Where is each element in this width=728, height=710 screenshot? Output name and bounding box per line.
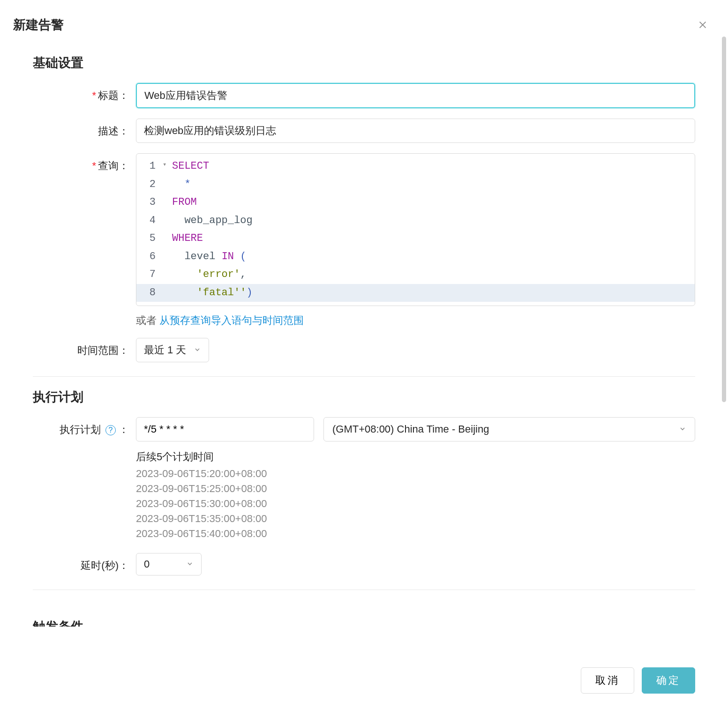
timerange-label: 时间范围： — [33, 338, 136, 358]
chevron-down-icon — [194, 344, 201, 356]
timerange-select[interactable]: 最近 1 天 — [136, 338, 209, 362]
cron-input[interactable] — [136, 417, 314, 441]
chevron-down-icon — [186, 558, 194, 570]
fold-marker — [163, 284, 172, 302]
line-number: 8 — [144, 284, 163, 302]
fold-marker — [163, 230, 172, 248]
code-line: 5WHERE — [136, 230, 695, 248]
code-line: 7 'error', — [136, 266, 695, 284]
schedule-time-item: 2023-09-06T15:30:00+08:00 — [136, 498, 695, 510]
close-button[interactable] — [696, 18, 709, 31]
description-input[interactable] — [136, 119, 695, 143]
fold-marker — [163, 266, 172, 284]
timerange-value: 最近 1 天 — [144, 343, 186, 357]
fold-marker — [163, 194, 172, 212]
modal-title: 新建告警 — [13, 16, 64, 33]
import-hint: 或者 从预存查询导入语句与时间范围 — [136, 314, 695, 328]
code-content: FROM — [172, 194, 687, 212]
line-number: 5 — [144, 230, 163, 248]
code-content: web_app_log — [172, 212, 687, 230]
timezone-value: (GMT+08:00) China Time - Beijing — [332, 423, 489, 435]
delay-value: 0 — [144, 558, 150, 570]
required-mark: * — [92, 160, 96, 172]
delay-label: 延时(秒)： — [33, 553, 136, 573]
code-line: 2 * — [136, 176, 695, 194]
fold-marker — [163, 176, 172, 194]
scrollbar[interactable] — [722, 37, 726, 402]
section-trigger: 触发条件 — [33, 618, 695, 627]
fold-marker — [163, 212, 172, 230]
help-icon[interactable]: ? — [105, 425, 116, 435]
title-label: *标题： — [33, 83, 136, 103]
code-line: 6 level IN ( — [136, 248, 695, 266]
section-basic-settings: 基础设置 — [33, 54, 695, 71]
code-line: 1▾SELECT — [136, 157, 695, 176]
fold-marker[interactable]: ▾ — [163, 157, 172, 176]
delay-select[interactable]: 0 — [136, 553, 202, 575]
timezone-select[interactable]: (GMT+08:00) China Time - Beijing — [323, 417, 695, 441]
divider — [33, 376, 695, 377]
schedule-time-item: 2023-09-06T15:40:00+08:00 — [136, 528, 695, 540]
query-editor[interactable]: 1▾SELECT2 *3FROM4 web_app_log5WHERE6 lev… — [136, 153, 695, 306]
import-saved-query-link[interactable]: 从预存查询导入语句与时间范围 — [159, 314, 304, 326]
line-number: 7 — [144, 266, 163, 284]
schedule-time-item: 2023-09-06T15:25:00+08:00 — [136, 483, 695, 495]
query-label: *查询： — [33, 153, 136, 173]
required-mark: * — [92, 90, 96, 101]
confirm-button[interactable]: 确定 — [642, 667, 695, 694]
code-line: 4 web_app_log — [136, 212, 695, 230]
code-content: WHERE — [172, 230, 687, 248]
close-icon — [698, 20, 708, 30]
code-line: 3FROM — [136, 194, 695, 212]
title-input[interactable] — [136, 83, 695, 108]
code-content: 'error', — [172, 266, 687, 284]
schedule-time-item: 2023-09-06T15:20:00+08:00 — [136, 468, 695, 480]
code-content: 'fatal'') — [172, 284, 687, 302]
fold-marker — [163, 248, 172, 266]
schedule-time-item: 2023-09-06T15:35:00+08:00 — [136, 513, 695, 525]
cancel-button[interactable]: 取消 — [581, 667, 634, 694]
line-number: 6 — [144, 248, 163, 266]
line-number: 1 — [144, 157, 163, 176]
code-content: * — [172, 176, 687, 194]
description-label: 描述： — [33, 119, 136, 138]
line-number: 3 — [144, 194, 163, 212]
code-content: level IN ( — [172, 248, 687, 266]
chevron-down-icon — [679, 423, 686, 435]
divider — [33, 590, 695, 590]
line-number: 4 — [144, 212, 163, 230]
code-content: SELECT — [172, 157, 687, 176]
line-number: 2 — [144, 176, 163, 194]
schedule-label: 执行计划 ? ： — [33, 417, 136, 437]
code-line: 8 'fatal'') — [136, 284, 695, 302]
section-schedule: 执行计划 — [33, 389, 695, 405]
schedule-preview-title: 后续5个计划时间 — [136, 450, 695, 464]
